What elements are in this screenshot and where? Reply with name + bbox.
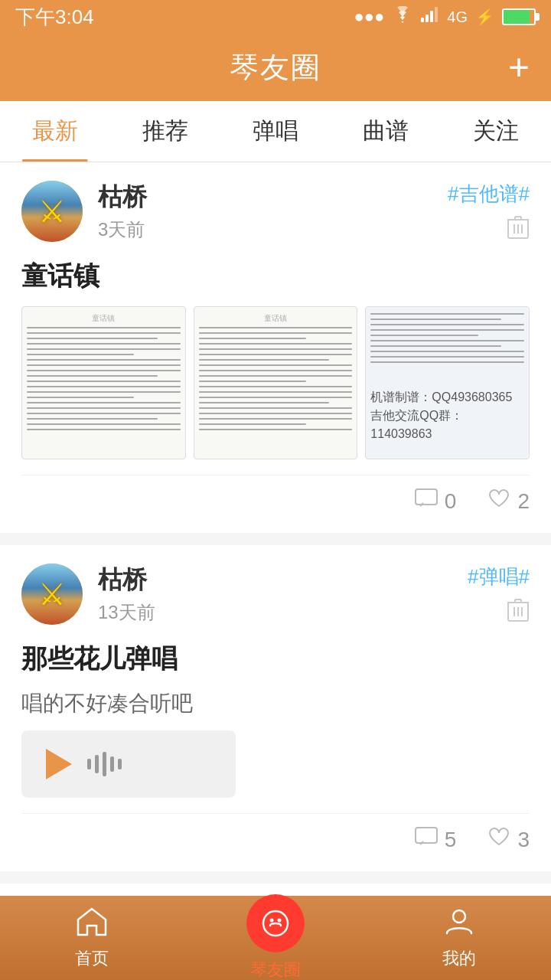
post-username: 枯桥 — [98, 564, 468, 597]
post-header-right: #弹唱# — [468, 564, 530, 629]
tab-play-sing[interactable]: 弹唱 — [220, 101, 331, 162]
post-meta: 枯桥 3天前 — [98, 181, 448, 242]
like-action[interactable]: 2 — [487, 488, 530, 514]
nav-profile-label: 我的 — [442, 947, 476, 970]
nav-home-label: 首页 — [75, 947, 109, 970]
tab-recommend[interactable]: 推荐 — [110, 101, 220, 162]
svg-rect-3 — [435, 7, 438, 22]
sound-waves — [87, 752, 122, 776]
post-title: 童话镇 — [21, 259, 530, 294]
post-header: 枯桥 13天前 #弹唱# — [21, 564, 530, 629]
signal-dots: ●●● — [354, 7, 384, 27]
post-username: 枯桥 — [98, 181, 448, 214]
charging-icon: ⚡ — [475, 8, 494, 26]
like-count: 3 — [517, 828, 530, 852]
nav-circle-label: 琴友圈 — [250, 959, 301, 980]
avatar[interactable] — [21, 564, 83, 625]
wave-bar — [103, 752, 106, 776]
sheet-watermark: 机谱制谱：QQ493680365 吉他交流QQ群：114039863 — [370, 388, 524, 443]
comment-action[interactable]: 5 — [414, 826, 457, 853]
sheet-image-1[interactable]: 童话镇 — [21, 306, 186, 459]
post-tag[interactable]: #吉他谱# — [448, 181, 530, 207]
tab-sheet[interactable]: 曲谱 — [331, 101, 441, 162]
person-icon — [442, 906, 476, 944]
post-description: 唱的不好凑合听吧 — [21, 689, 530, 718]
svg-point-31 — [270, 919, 274, 923]
app-header: 琴友圈 + — [0, 34, 551, 101]
home-icon — [75, 906, 109, 944]
add-button[interactable]: + — [508, 49, 530, 86]
signal-bars — [421, 7, 439, 27]
post-time: 13天前 — [98, 600, 468, 625]
wave-bar — [110, 756, 114, 772]
bottom-nav: 首页 琴友圈 我的 — [0, 896, 551, 980]
post-card: 枯桥 3天前 #吉他谱# — [0, 162, 551, 533]
status-time: 下午3:04 — [15, 4, 94, 31]
app-title: 琴友圈 — [230, 48, 321, 87]
nav-circle[interactable]: 琴友圈 — [184, 894, 367, 980]
svg-rect-1 — [425, 15, 429, 22]
battery-icon — [502, 8, 536, 25]
delete-button[interactable] — [507, 596, 530, 629]
comment-action[interactable]: 0 — [414, 488, 457, 514]
delete-button[interactable] — [507, 214, 530, 247]
comment-count: 5 — [445, 828, 457, 852]
sheet-image-2[interactable]: 童话镇 — [194, 306, 358, 459]
tab-follow[interactable]: 关注 — [441, 101, 551, 162]
tab-latest[interactable]: 最新 — [0, 101, 110, 162]
svg-rect-21 — [416, 828, 437, 843]
avatar[interactable] — [21, 181, 83, 242]
svg-rect-2 — [430, 11, 433, 22]
post-meta: 枯桥 13天前 — [98, 564, 468, 625]
comment-icon — [414, 826, 439, 853]
nav-profile[interactable]: 我的 — [367, 906, 551, 970]
like-icon — [487, 826, 511, 853]
post-card: 枯桥 13天前 #弹唱# — [0, 545, 551, 871]
comment-count: 0 — [445, 489, 457, 514]
play-icon — [46, 749, 72, 779]
like-action[interactable]: 3 — [487, 826, 530, 853]
status-icons: ●●● 4G ⚡ — [354, 6, 536, 28]
nav-circle-button[interactable] — [246, 894, 305, 952]
svg-point-32 — [278, 919, 282, 923]
status-bar: 下午3:04 ●●● 4G ⚡ — [0, 0, 551, 34]
svg-point-33 — [453, 910, 465, 923]
wave-bar — [87, 759, 91, 769]
post-header: 枯桥 3天前 #吉他谱# — [21, 181, 530, 247]
network-type: 4G — [447, 8, 468, 26]
wave-bar — [118, 759, 122, 769]
content-area: 枯桥 3天前 #吉他谱# — [0, 162, 551, 980]
like-count: 2 — [517, 489, 530, 514]
audio-player[interactable] — [21, 730, 236, 798]
post-title: 那些花儿弹唱 — [21, 642, 530, 677]
sheet-images: 童话镇 — [21, 306, 530, 459]
nav-home[interactable]: 首页 — [0, 906, 184, 970]
post-header-right: #吉他谱# — [448, 181, 530, 247]
post-footer: 5 3 — [21, 813, 530, 853]
comment-icon — [414, 488, 439, 514]
svg-rect-0 — [421, 18, 424, 22]
post-footer: 0 2 — [21, 475, 530, 514]
post-time: 3天前 — [98, 217, 448, 242]
wave-bar — [95, 755, 99, 773]
like-icon — [487, 488, 511, 514]
tab-bar: 最新 推荐 弹唱 曲谱 关注 — [0, 101, 551, 162]
post-tag[interactable]: #弹唱# — [468, 564, 530, 590]
wifi-icon — [392, 6, 413, 28]
sheet-image-3[interactable]: 机谱制谱：QQ493680365 吉他交流QQ群：114039863 — [365, 306, 530, 459]
svg-rect-12 — [416, 489, 437, 505]
